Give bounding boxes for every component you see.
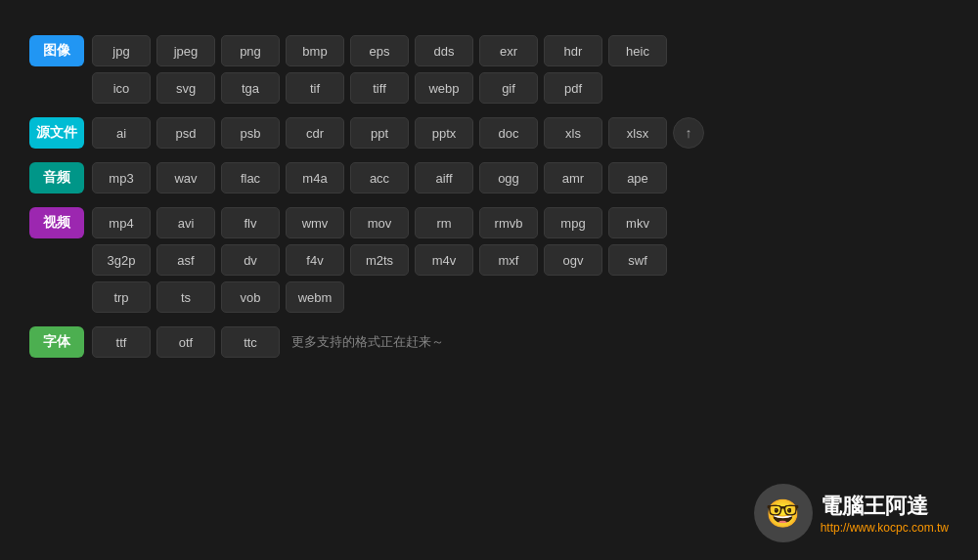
tag-row-image-1: icosvgtgatiftiffwebpgifpdf <box>92 72 949 104</box>
category-label-image: 图像 <box>29 35 84 66</box>
format-tag-flv[interactable]: flv <box>221 207 280 238</box>
format-tag-aiff[interactable]: aiff <box>415 162 473 194</box>
format-tag-dv[interactable]: dv <box>221 244 280 276</box>
tag-row-image-0: jpgjpegpngbmpepsddsexrhdrheic <box>92 35 949 66</box>
section-font: 字体ttfotfttc更多支持的格式正在赶来～ <box>29 326 949 358</box>
format-tag-ai[interactable]: ai <box>92 117 151 149</box>
section-audio: 音频mp3wavflacm4aaccaiffoggamrape <box>29 162 949 194</box>
format-tag-dds[interactable]: dds <box>415 35 473 66</box>
category-label-audio: 音频 <box>29 162 84 194</box>
format-tag-swf[interactable]: swf <box>608 244 667 276</box>
format-tag-ttf[interactable]: ttf <box>92 326 151 358</box>
format-tag-gif[interactable]: gif <box>479 72 538 104</box>
format-tag-m4a[interactable]: m4a <box>286 162 344 194</box>
format-tag-rmvb[interactable]: rmvb <box>479 207 538 238</box>
section-source: 源文件aipsdpsbcdrpptpptxdocxlsxlsx↑ <box>29 117 949 149</box>
category-label-source: 源文件 <box>29 117 84 149</box>
format-tag-mpg[interactable]: mpg <box>544 207 602 238</box>
format-tag-png[interactable]: png <box>221 35 280 66</box>
format-tag-webm[interactable]: webm <box>286 281 344 313</box>
format-tag-vob[interactable]: vob <box>221 281 280 313</box>
format-tag-ttc[interactable]: ttc <box>221 326 280 358</box>
section-video: 视频mp4aviflvwmvmovrmrmvbmpgmkv3g2pasfdvf4… <box>29 207 949 313</box>
category-label-video: 视频 <box>29 207 84 238</box>
category-label-font: 字体 <box>29 326 84 358</box>
tag-row-audio-0: mp3wavflacm4aaccaiffoggamrape <box>92 162 949 194</box>
format-tag-otf[interactable]: otf <box>156 326 215 358</box>
format-tag-mkv[interactable]: mkv <box>608 207 667 238</box>
format-tag-acc[interactable]: acc <box>350 162 409 194</box>
tag-row-video-0: mp4aviflvwmvmovrmrmvbmpgmkv <box>92 207 949 238</box>
tag-row-font-0: ttfotfttc更多支持的格式正在赶来～ <box>92 326 949 358</box>
format-tag-m2ts[interactable]: m2ts <box>350 244 409 276</box>
section-image: 图像jpgjpegpngbmpepsddsexrhdrheicicosvgtga… <box>29 35 949 104</box>
format-tag-f4v[interactable]: f4v <box>286 244 344 276</box>
format-tag-mxf[interactable]: mxf <box>479 244 538 276</box>
format-tag-tga[interactable]: tga <box>221 72 280 104</box>
format-tag-cdr[interactable]: cdr <box>286 117 344 149</box>
format-tag-3g2p[interactable]: 3g2p <box>92 244 151 276</box>
format-tag-flac[interactable]: flac <box>221 162 280 194</box>
format-tag-heic[interactable]: heic <box>608 35 667 66</box>
format-tag-svg[interactable]: svg <box>156 72 215 104</box>
format-tag-ogv[interactable]: ogv <box>544 244 602 276</box>
format-tag-avi[interactable]: avi <box>156 207 215 238</box>
format-tag-eps[interactable]: eps <box>350 35 409 66</box>
format-tag-tiff[interactable]: tiff <box>350 72 409 104</box>
tag-row-video-2: trptsvobwebm <box>92 281 949 313</box>
format-tag-ts[interactable]: ts <box>156 281 215 313</box>
format-tag-pptx[interactable]: pptx <box>415 117 473 149</box>
format-tag-exr[interactable]: exr <box>479 35 538 66</box>
format-tag-doc[interactable]: doc <box>479 117 538 149</box>
format-tag-tif[interactable]: tif <box>286 72 344 104</box>
format-tag-xlsx[interactable]: xlsx <box>608 117 667 149</box>
format-tag-webp[interactable]: webp <box>415 72 473 104</box>
format-tag-ogg[interactable]: ogg <box>479 162 538 194</box>
format-tag-rm[interactable]: rm <box>415 207 473 238</box>
watermark-url: http://www.kocpc.com.tw <box>821 521 949 535</box>
format-tag-amr[interactable]: amr <box>544 162 602 194</box>
tag-row-video-1: 3g2pasfdvf4vm2tsm4vmxfogvswf <box>92 244 949 276</box>
format-tag-wmv[interactable]: wmv <box>286 207 344 238</box>
format-tag-psd[interactable]: psd <box>156 117 215 149</box>
format-tag-ppt[interactable]: ppt <box>350 117 409 149</box>
format-tag-asf[interactable]: asf <box>156 244 215 276</box>
format-tag-jpg[interactable]: jpg <box>92 35 151 66</box>
format-tag-trp[interactable]: trp <box>92 281 151 313</box>
format-tag-wav[interactable]: wav <box>156 162 215 194</box>
format-tag-bmp[interactable]: bmp <box>286 35 344 66</box>
format-tag-jpeg[interactable]: jpeg <box>156 35 215 66</box>
format-tag-ico[interactable]: ico <box>92 72 151 104</box>
format-tag-mp3[interactable]: mp3 <box>92 162 151 194</box>
format-tag-psb[interactable]: psb <box>221 117 280 149</box>
format-tag-xls[interactable]: xls <box>544 117 602 149</box>
format-tag-pdf[interactable]: pdf <box>544 72 602 104</box>
format-tag-ape[interactable]: ape <box>608 162 667 194</box>
format-tag-mp4[interactable]: mp4 <box>92 207 151 238</box>
watermark: 🤓 電腦王阿達 http://www.kocpc.com.tw <box>754 484 949 542</box>
format-tag-hdr[interactable]: hdr <box>544 35 602 66</box>
watermark-title: 電腦王阿達 <box>821 492 949 521</box>
tag-row-source-0: aipsdpsbcdrpptpptxdocxlsxlsx↑ <box>92 117 949 149</box>
format-tag-mov[interactable]: mov <box>350 207 409 238</box>
more-formats-text: 更多支持的格式正在赶来～ <box>291 333 444 351</box>
scroll-up-button[interactable]: ↑ <box>673 117 704 149</box>
watermark-avatar: 🤓 <box>754 484 813 542</box>
format-tag-m4v[interactable]: m4v <box>415 244 473 276</box>
